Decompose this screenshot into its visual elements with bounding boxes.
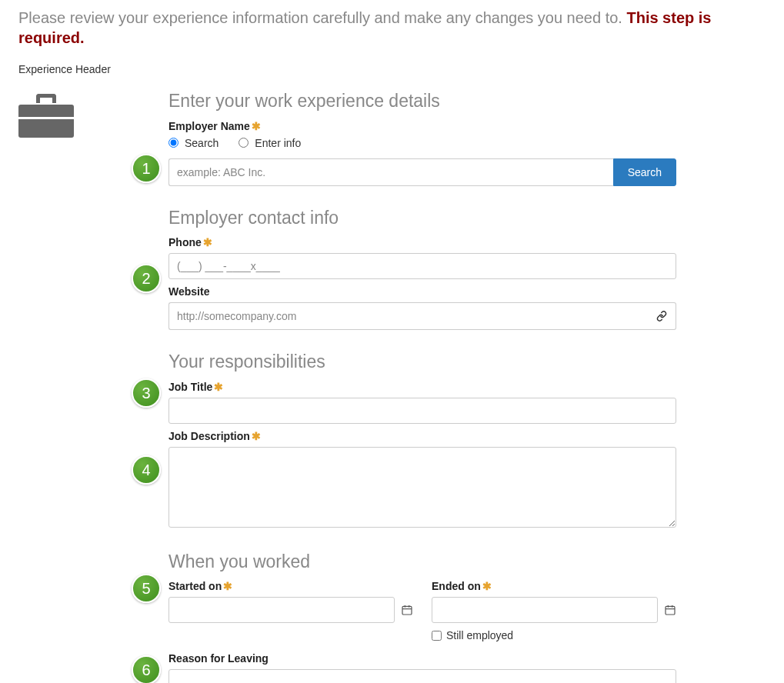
job-title-label: Job Title✱: [168, 381, 676, 393]
website-label: Website: [168, 285, 676, 298]
started-on-calendar-button[interactable]: [395, 604, 413, 616]
started-on-input[interactable]: [168, 597, 395, 623]
reason-for-leaving-label: Reason for Leaving: [168, 652, 676, 665]
step-badge-6: 6: [132, 655, 161, 683]
intro-main: Please review your experience informatio…: [18, 9, 626, 26]
search-button[interactable]: Search: [613, 158, 676, 186]
employer-search-input[interactable]: [168, 158, 613, 186]
step-badge-1: 1: [132, 154, 161, 183]
still-employed[interactable]: Still employed: [432, 629, 676, 641]
when-title: When you worked: [168, 551, 676, 573]
link-icon: [656, 311, 667, 322]
employer-name-label: Employer Name✱: [168, 120, 676, 132]
radio-enter-info[interactable]: Enter info: [239, 137, 301, 149]
intro-text: Please review your experience informatio…: [18, 8, 766, 48]
website-input[interactable]: [168, 302, 647, 330]
still-employed-checkbox[interactable]: [432, 631, 442, 641]
contact-title: Employer contact info: [168, 208, 676, 229]
svg-rect-10: [666, 607, 675, 615]
job-description-label: Job Description✱: [168, 430, 676, 442]
phone-input[interactable]: [168, 253, 676, 279]
experience-header: Experience Header: [18, 63, 766, 75]
website-link-button[interactable]: [647, 302, 676, 330]
radio-search[interactable]: Search: [168, 137, 219, 149]
started-on-label: Started on✱: [168, 580, 413, 592]
required-asterisk: ✱: [203, 236, 212, 248]
job-title-input[interactable]: [168, 398, 676, 424]
briefcase-icon: [18, 94, 74, 137]
required-asterisk: ✱: [482, 580, 492, 592]
required-asterisk: ✱: [214, 381, 223, 393]
required-asterisk: ✱: [252, 120, 261, 132]
responsibilities-title: Your responsibilities: [168, 351, 676, 373]
step-badge-3: 3: [132, 378, 161, 408]
ended-on-calendar-button[interactable]: [658, 604, 676, 616]
step-badge-5: 5: [132, 574, 161, 603]
required-asterisk: ✱: [223, 580, 232, 592]
step-badge-2: 2: [132, 264, 161, 293]
ended-on-label: Ended on✱: [432, 580, 676, 592]
phone-label: Phone✱: [168, 236, 676, 248]
step-badge-4: 4: [132, 455, 161, 485]
radio-enter-input[interactable]: [239, 138, 249, 148]
calendar-icon: [664, 604, 676, 616]
ended-on-input[interactable]: [432, 597, 658, 623]
required-asterisk: ✱: [252, 430, 261, 442]
details-title: Enter your work experience details: [168, 91, 676, 112]
calendar-icon: [401, 604, 413, 616]
svg-rect-0: [402, 607, 412, 615]
reason-for-leaving-input[interactable]: [168, 669, 676, 683]
job-description-input[interactable]: [168, 447, 676, 528]
radio-search-input[interactable]: [168, 138, 178, 148]
